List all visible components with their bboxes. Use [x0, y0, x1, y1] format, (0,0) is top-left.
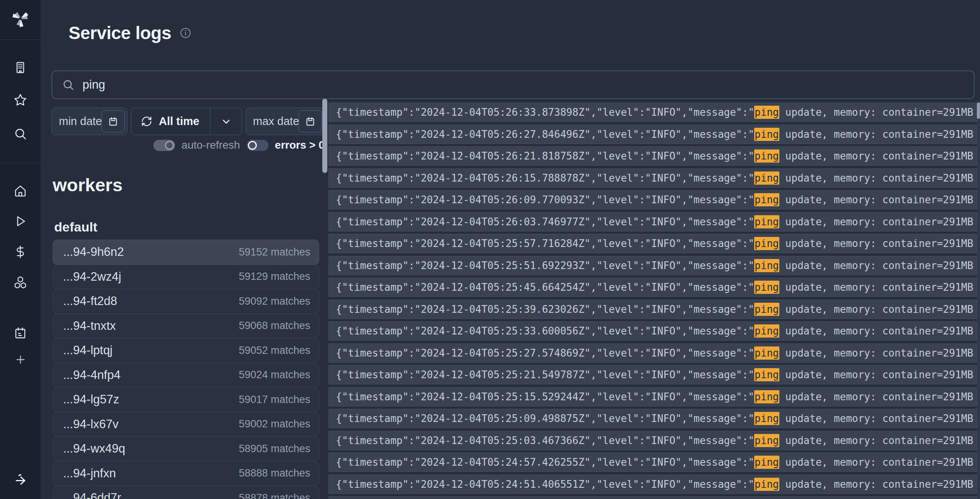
dollar-icon [13, 245, 28, 259]
sidebar-item-expand[interactable] [0, 472, 41, 487]
toggle-knob [165, 141, 174, 150]
play-icon [13, 214, 28, 228]
sidebar-item-favorites[interactable] [0, 93, 41, 107]
log-text-before: {"timestamp":"2024-12-04T05:25:57.716284… [336, 238, 754, 249]
logs-right-scrollbar-thumb[interactable] [977, 103, 980, 119]
log-text-before: {"timestamp":"2024-12-04T05:26:09.770093… [336, 194, 754, 206]
log-text-after: update, memory: container=291MB [779, 238, 973, 249]
time-range-button[interactable]: All time [131, 108, 242, 135]
log-highlight: ping [754, 368, 779, 381]
log-row: {"timestamp":"2024-12-04T05:25:57.716284… [328, 234, 977, 253]
sidebar-divider-top [0, 39, 41, 40]
sidebar-item-search[interactable] [0, 127, 41, 141]
windmill-logo[interactable] [0, 10, 41, 27]
time-range-main: All time [131, 108, 210, 135]
worker-row[interactable]: ...94-wx49q 58905 matches [53, 436, 319, 461]
sidebar-item-variables[interactable] [0, 245, 41, 259]
worker-row[interactable]: ...94-jnfxn 58888 matches [53, 461, 319, 486]
log-highlight: ping [754, 324, 779, 338]
max-date-input[interactable] [246, 115, 299, 128]
time-range-label: All time [159, 115, 199, 128]
time-range-caret-button[interactable] [210, 108, 242, 135]
info-icon[interactable] [179, 26, 192, 41]
log-text-after: update, memory: container=291MB [779, 478, 973, 490]
sidebar-item-add[interactable] [0, 353, 41, 366]
calendar-icon [108, 116, 119, 127]
log-row: {"timestamp":"2024-12-04T05:26:21.818758… [328, 146, 977, 166]
errors-toggle[interactable] [247, 140, 268, 151]
log-text-after: update, memory: container=291MB [779, 435, 973, 446]
log-text-after: update, memory: container=291MB [779, 456, 973, 468]
log-text-after: update, memory: container=291MB [779, 369, 973, 381]
log-text-after: update, memory: container=291MB [779, 347, 973, 359]
worker-name: ...94-4nfp4 [53, 368, 120, 382]
log-highlight: ping [754, 412, 779, 425]
sidebar-item-home[interactable] [0, 183, 41, 198]
worker-row[interactable]: ...94-4nfp4 59024 matches [53, 363, 319, 388]
log-text-before: {"timestamp":"2024-12-04T05:25:33.600056… [336, 325, 754, 337]
log-row: {"timestamp":"2024-12-04T05:25:27.574869… [328, 343, 977, 363]
log-highlight: ping [754, 434, 779, 447]
log-row: {"timestamp":"2024-12-04T05:26:03.746977… [328, 212, 977, 231]
sidebar-item-workspace[interactable] [0, 60, 41, 75]
min-date-field [52, 108, 127, 135]
log-highlight: ping [754, 303, 779, 316]
max-date-field [246, 108, 325, 135]
log-text-before: {"timestamp":"2024-12-04T05:25:15.529244… [336, 391, 754, 403]
log-text-after: update, memory: container=291MB [779, 260, 973, 271]
search-icon [62, 78, 75, 91]
max-date-calendar-button[interactable] [299, 110, 322, 132]
chevron-down-icon [220, 115, 232, 128]
worker-name: ...94-6dd7r [53, 491, 121, 499]
worker-row[interactable]: ...94-9h6n2 59152 matches [53, 240, 319, 265]
filter-row: All time [52, 108, 325, 135]
star-icon [13, 93, 28, 107]
worker-name: ...94-jnfxn [53, 466, 116, 480]
auto-refresh-toggle[interactable] [153, 140, 175, 151]
log-list[interactable]: {"timestamp":"2024-12-04T05:26:33.873898… [328, 103, 977, 499]
min-date-input[interactable] [52, 115, 101, 128]
sidebar-item-resources[interactable] [0, 275, 41, 290]
auto-refresh-label: auto-refresh [182, 139, 240, 151]
log-text-before: {"timestamp":"2024-12-04T05:24:51.406551… [336, 478, 754, 490]
page-header: Service logs [69, 22, 192, 43]
sidebar-item-schedules[interactable] [0, 326, 41, 340]
log-text-before: {"timestamp":"2024-12-04T05:25:21.549787… [336, 369, 754, 381]
log-highlight: ping [754, 390, 779, 403]
log-text-before: {"timestamp":"2024-12-04T05:25:51.692293… [336, 260, 754, 271]
log-highlight: ping [754, 106, 779, 119]
calendar-icon [13, 326, 28, 340]
worker-row[interactable]: ...94-6dd7r 58878 matches [53, 485, 319, 499]
log-row: {"timestamp":"2024-12-04T05:25:39.623026… [328, 300, 977, 319]
worker-row[interactable]: ...94-lg57z 59017 matches [53, 387, 319, 412]
worker-row[interactable]: ...94-lptqj 59052 matches [53, 338, 319, 363]
log-text-before: {"timestamp":"2024-12-04T05:26:21.818758… [336, 150, 754, 162]
search-input[interactable] [83, 78, 965, 92]
log-row: {"timestamp":"2024-12-04T05:25:51.692293… [328, 256, 977, 275]
calendar-icon [305, 116, 316, 127]
worker-matches: 59152 matches [239, 246, 319, 258]
worker-name: ...94-ft2d8 [53, 294, 117, 308]
log-text-after: update, memory: container=291MB [779, 106, 973, 118]
min-date-calendar-button[interactable] [101, 110, 125, 132]
log-highlight: ping [754, 281, 779, 294]
worker-matches: 59002 matches [239, 418, 319, 430]
worker-matches: 59017 matches [239, 394, 319, 406]
worker-name: ...94-9h6n2 [53, 245, 124, 259]
page-title: Service logs [69, 22, 171, 43]
log-row: {"timestamp":"2024-12-04T05:25:33.600056… [328, 321, 977, 341]
log-text-after: update, memory: container=291MB [779, 304, 973, 315]
home-icon [13, 183, 28, 198]
sidebar-item-runs[interactable] [0, 214, 41, 228]
log-row: {"timestamp":"2024-12-04T05:24:57.426255… [328, 453, 977, 472]
worker-row[interactable]: ...94-tnxtx 59068 matches [53, 314, 319, 339]
worker-matches: 59052 matches [239, 345, 319, 357]
worker-row[interactable]: ...94-ft2d8 59092 matches [53, 289, 319, 314]
worker-row[interactable]: ...94-2wz4j 59129 matches [53, 264, 319, 290]
log-text-after: update, memory: container=291MB [779, 194, 973, 206]
worker-matches: 59129 matches [239, 271, 319, 283]
logs-left-scrollbar-thumb[interactable] [322, 99, 327, 173]
sidebar [0, 0, 41, 499]
log-text-before: {"timestamp":"2024-12-04T05:26:03.746977… [336, 216, 754, 228]
worker-row[interactable]: ...94-lx67v 59002 matches [53, 412, 319, 437]
